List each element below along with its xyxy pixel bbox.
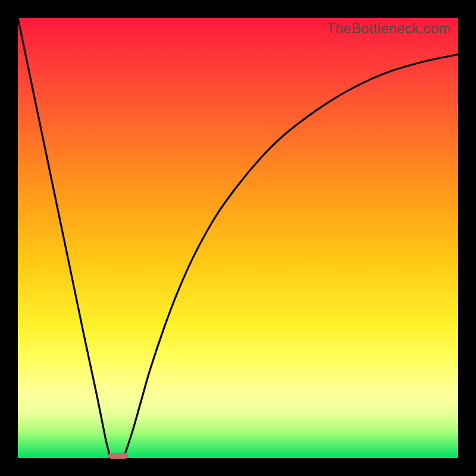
bottleneck-curve — [18, 18, 458, 458]
chart-frame: TheBottleneck.com — [0, 0, 476, 476]
curve-path — [18, 18, 458, 458]
optimal-marker — [108, 453, 128, 459]
plot-area: TheBottleneck.com — [18, 18, 458, 458]
